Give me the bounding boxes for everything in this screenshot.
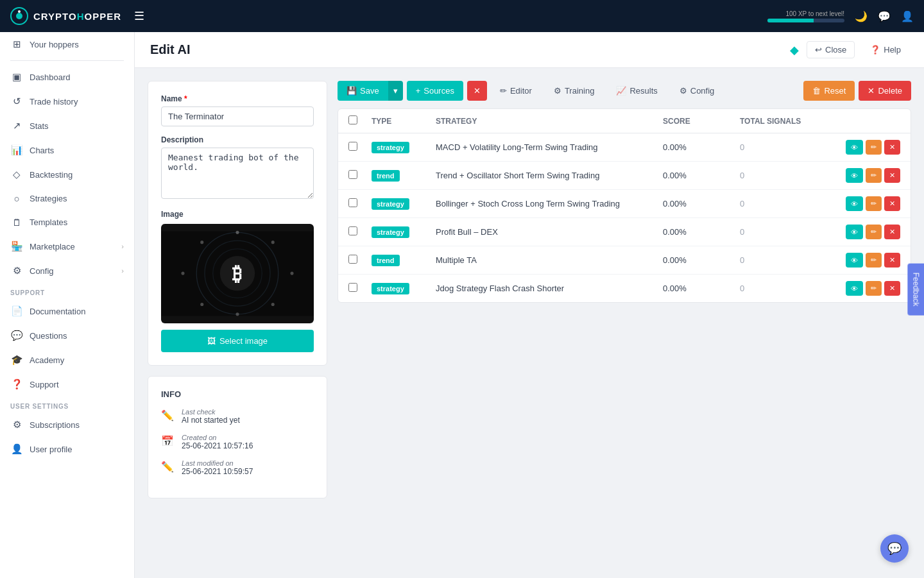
edit-row-button[interactable]: ✏ xyxy=(866,225,882,239)
svg-point-13 xyxy=(181,272,184,275)
delete-button[interactable]: ✕ Delete xyxy=(859,81,911,101)
edit-check-icon: ✏️ xyxy=(161,409,174,421)
hamburger-menu[interactable]: ☰ xyxy=(134,9,144,23)
image-section: Image xyxy=(161,210,314,352)
row-checkbox[interactable] xyxy=(348,255,357,264)
chat-button[interactable]: 💬 xyxy=(880,534,909,563)
sidebar-item-marketplace[interactable]: 🏪 Marketplace › xyxy=(0,234,134,259)
svg-point-8 xyxy=(271,241,275,244)
row-checkbox[interactable] xyxy=(348,226,357,235)
sidebar-item-academy[interactable]: 🎓 Academy xyxy=(0,348,134,372)
sidebar-item-backtesting[interactable]: ◇ Backtesting xyxy=(0,162,134,187)
remove-button[interactable]: ✕ xyxy=(884,253,900,268)
name-input[interactable] xyxy=(161,106,314,126)
sidebar-item-config[interactable]: ⚙ Config › xyxy=(0,259,134,283)
sidebar-item-label: Trade history xyxy=(30,97,78,106)
table-row: strategy MACD + Volatility Long-Term Swi… xyxy=(338,133,911,162)
theme-toggle-icon[interactable]: 🌙 xyxy=(855,10,868,22)
edit-row-button[interactable]: ✏ xyxy=(866,281,882,296)
view-button[interactable]: 👁 xyxy=(846,168,863,183)
page-header: Edit AI ◆ ↩ Close ❓ Help xyxy=(135,32,924,68)
image-icon: 🖼 xyxy=(207,336,216,346)
save-dropdown-button[interactable]: ▾ xyxy=(388,81,403,101)
trend-badge: trend xyxy=(372,170,400,182)
logo-icon xyxy=(10,7,28,25)
sidebar-item-questions[interactable]: 💬 Questions xyxy=(0,323,134,348)
name-label: Name * xyxy=(161,94,314,103)
score-col-header: Score xyxy=(663,117,740,126)
strategy-badge: strategy xyxy=(372,283,409,294)
description-textarea[interactable]: Meanest trading bot of the world. xyxy=(161,148,314,199)
sidebar-item-user-profile[interactable]: 👤 User profile xyxy=(0,437,134,461)
feedback-tab[interactable]: Feedback xyxy=(908,263,924,315)
sidebar-item-trade-history[interactable]: ↺ Trade history xyxy=(0,89,134,114)
info-title: INFO xyxy=(161,389,314,399)
table-header: Type Strategy Score Total signals xyxy=(338,109,911,133)
config-tab-button[interactable]: ⚙ Config xyxy=(671,81,724,101)
remove-button[interactable]: ✕ xyxy=(884,168,900,183)
messages-icon[interactable]: 💬 xyxy=(878,10,891,22)
x-icon: ✕ xyxy=(474,86,481,96)
remove-button[interactable]: ✕ xyxy=(884,225,900,239)
sidebar-item-templates[interactable]: 🗒 Templates xyxy=(0,210,134,234)
subscriptions-icon: ⚙ xyxy=(10,419,23,430)
description-form-group: Description Meanest trading bot of the w… xyxy=(161,135,314,201)
select-all-checkbox[interactable] xyxy=(348,115,357,124)
templates-icon: 🗒 xyxy=(10,217,23,228)
logo[interactable]: CRYPTOHOPPER xyxy=(10,7,121,25)
table-row: strategy Bollinger + Stoch Cross Long Te… xyxy=(338,190,911,218)
view-button[interactable]: 👁 xyxy=(846,253,863,268)
info-card: INFO ✏️ Last check AI not started yet 📅 … xyxy=(148,376,327,498)
created-on-label: Created on xyxy=(182,434,253,441)
edit-row-button[interactable]: ✏ xyxy=(866,253,882,268)
row-strategy-name: Profit Bull – DEX xyxy=(436,227,663,237)
row-checkbox[interactable] xyxy=(348,170,357,179)
edit-row-button[interactable]: ✏ xyxy=(866,140,882,155)
view-button[interactable]: 👁 xyxy=(846,196,863,211)
right-panel: 💾 Save ▾ + Sources ✕ ✏ Editor xyxy=(338,81,911,498)
help-button[interactable]: ❓ Help xyxy=(862,42,909,58)
save-button-group: 💾 Save ▾ xyxy=(338,81,403,101)
view-button[interactable]: 👁 xyxy=(846,225,863,239)
edit-row-button[interactable]: ✏ xyxy=(866,196,882,211)
remove-button[interactable]: ✕ xyxy=(884,281,900,296)
view-button[interactable]: 👁 xyxy=(846,140,863,155)
row-checkbox[interactable] xyxy=(348,283,357,292)
remove-button[interactable]: ✕ xyxy=(884,140,900,155)
row-actions: 👁 ✏ ✕ xyxy=(836,196,900,211)
user-icon[interactable]: 👤 xyxy=(901,10,914,22)
sidebar-item-your-hoppers[interactable]: ⊞ Your hoppers xyxy=(0,32,134,56)
select-all-col xyxy=(348,115,372,126)
sources-button[interactable]: + Sources xyxy=(407,81,463,101)
results-tab-button[interactable]: 📈 Results xyxy=(607,81,666,101)
editor-tab-button[interactable]: ✏ Editor xyxy=(491,81,541,101)
edit-row-button[interactable]: ✏ xyxy=(866,168,882,183)
select-image-button[interactable]: 🖼 Select image xyxy=(161,330,314,352)
view-button[interactable]: 👁 xyxy=(846,281,863,296)
save-button[interactable]: 💾 Save xyxy=(338,81,388,101)
row-actions: 👁 ✏ ✕ xyxy=(836,140,900,155)
row-strategy-name: Trend + Oscillator Short Term Swing Trad… xyxy=(436,171,663,180)
last-modified-value: 25-06-2021 10:59:57 xyxy=(182,467,253,476)
page-header-right: ◆ ↩ Close ❓ Help xyxy=(790,41,909,58)
sidebar-item-charts[interactable]: 📊 Charts xyxy=(0,138,134,162)
row-total-signals: 0 xyxy=(740,142,836,152)
page-title: Edit AI xyxy=(150,42,191,57)
sidebar-item-documentation[interactable]: 📄 Documentation xyxy=(0,299,134,323)
created-on-value: 25-06-2021 10:57:16 xyxy=(182,441,253,450)
sidebar-item-dashboard[interactable]: ▣ Dashboard xyxy=(0,65,134,89)
row-checkbox[interactable] xyxy=(348,142,357,151)
training-tab-button[interactable]: ⚙ Training xyxy=(545,81,603,101)
description-label: Description xyxy=(161,135,314,144)
sidebar-item-stats[interactable]: ↗ Stats xyxy=(0,114,134,138)
sidebar-item-strategies[interactable]: ○ Strategies xyxy=(0,187,134,210)
total-signals-col-header: Total signals xyxy=(740,117,836,126)
remove-button[interactable]: ✕ xyxy=(884,196,900,211)
sidebar-item-subscriptions[interactable]: ⚙ Subscriptions xyxy=(0,412,134,437)
row-checkbox[interactable] xyxy=(348,198,357,207)
sidebar-item-support[interactable]: ❓ Support xyxy=(0,372,134,396)
close-button[interactable]: ↩ Close xyxy=(807,41,855,58)
toolbar-close-button[interactable]: ✕ xyxy=(467,81,487,101)
reset-button[interactable]: 🗑 Reset xyxy=(803,81,855,101)
row-total-signals: 0 xyxy=(740,227,836,237)
